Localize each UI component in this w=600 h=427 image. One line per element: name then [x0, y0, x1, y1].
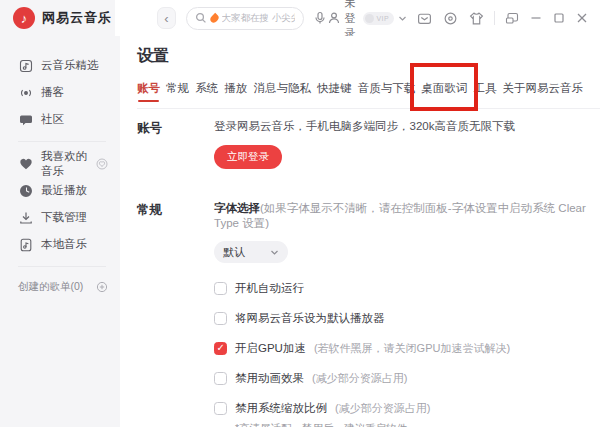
disable-scaling-checkbox[interactable]: [214, 402, 227, 415]
microphone-icon[interactable]: [313, 11, 327, 25]
sidebar-item-podcast[interactable]: 播客: [18, 79, 120, 106]
vip-badge[interactable]: VIP: [363, 12, 394, 25]
checkbox-row-default-player: 将网易云音乐设为默认播放器: [214, 311, 600, 326]
default-player-checkbox[interactable]: [214, 312, 227, 325]
checkbox-row-gpu: 开启GPU加速(若软件黑屏，请关闭GPU加速尝试解决): [214, 341, 600, 356]
search-input[interactable]: 大家都在搜 小尖尖: [186, 7, 304, 30]
scaling-subnote: *高清屏适配，禁用后，建议重启软件: [235, 422, 600, 427]
sidebar-divider: [18, 141, 106, 142]
sidebar-item-recent[interactable]: 最近播放: [18, 177, 120, 204]
app-name: 网易云音乐: [42, 9, 112, 27]
autostart-checkbox[interactable]: [214, 282, 227, 295]
add-playlist-icon[interactable]: [96, 281, 108, 293]
vip-badge-label: VIP: [376, 15, 389, 22]
font-select-value: 默认: [223, 245, 270, 260]
tab-quality-download[interactable]: 音质与下载: [358, 81, 416, 96]
titlebar: ♪ 网易云音乐 ‹ 大家都在搜 小尖尖 未登录: [0, 0, 600, 36]
sidebar-item-community[interactable]: 社区: [18, 106, 120, 133]
heart-icon: [18, 156, 33, 171]
heart-mode-icon[interactable]: [96, 158, 108, 170]
minimize-icon[interactable]: [530, 12, 542, 24]
checkbox-row-autostart: 开机自动运行: [214, 281, 600, 296]
checkbox-note: (减少部分资源占用): [335, 401, 430, 416]
tab-about[interactable]: 关于网易云音乐: [502, 81, 583, 96]
netease-music-window: ♪ 网易云音乐 ‹ 大家都在搜 小尖尖 未登录: [0, 0, 600, 427]
account-description: 登录网易云音乐，手机电脑多端同步，320k高音质无限下载: [214, 119, 600, 134]
local-music-icon: [18, 237, 33, 252]
clock-icon: [18, 183, 33, 198]
chat-bubble-icon: [18, 112, 33, 127]
user-avatar-icon: [327, 11, 341, 25]
chevron-down-icon: [270, 248, 279, 257]
sidebar-divider: [18, 266, 106, 267]
mini-mode-icon[interactable]: [505, 11, 519, 25]
back-button[interactable]: ‹: [157, 7, 175, 29]
sidebar-item-liked-music[interactable]: 我喜欢的音乐: [18, 150, 120, 177]
maximize-icon[interactable]: [553, 12, 565, 24]
checkbox-row-disable-scaling: 禁用系统缩放比例(减少部分资源占用): [214, 401, 600, 416]
general-section-label: 常规: [137, 201, 214, 219]
created-playlists-header[interactable]: 创建的歌单(0): [18, 275, 120, 299]
checkbox-row-disable-animation: 禁用动画效果(减少部分资源占用): [214, 371, 600, 386]
checkbox-label: 禁用系统缩放比例: [235, 401, 327, 416]
font-select-label: 字体选择: [214, 202, 260, 214]
font-select-dropdown[interactable]: 默认: [214, 241, 288, 263]
login-now-button[interactable]: 立即登录: [214, 145, 282, 169]
login-area[interactable]: 未登录 VIP: [327, 0, 408, 41]
created-playlists-label: 创建的歌单(0): [18, 280, 83, 294]
sidebar-item-featured[interactable]: 云音乐精选: [18, 52, 120, 79]
tab-account[interactable]: 账号: [137, 81, 160, 96]
tab-general[interactable]: 常规: [166, 81, 189, 96]
font-select-note: (如果字体显示不清晰，请在控制面板-字体设置中启动系统 Clear Type 设…: [214, 202, 586, 229]
app-logo-icon[interactable]: ♪: [13, 7, 35, 29]
checkbox-label: 禁用动画效果: [235, 371, 304, 386]
titlebar-main: ‹ 大家都在搜 小尖尖 未登录 VIP: [115, 0, 600, 36]
gpu-acceleration-checkbox[interactable]: [214, 342, 227, 355]
chevron-down-icon[interactable]: [398, 14, 407, 23]
general-section: 常规 字体选择(如果字体显示不清晰，请在控制面板-字体设置中启动系统 Clear…: [137, 201, 600, 427]
font-select-row: 字体选择(如果字体显示不清晰，请在控制面板-字体设置中启动系统 Clear Ty…: [214, 201, 600, 231]
sidebar-item-label: 我喜欢的音乐: [41, 149, 88, 179]
checkbox-label: 将网易云音乐设为默认播放器: [235, 311, 385, 326]
tab-desktop-lyrics[interactable]: 桌面歌词: [421, 81, 467, 96]
sidebar-item-label: 下载管理: [41, 210, 87, 225]
trending-flame-icon: [208, 12, 219, 23]
page-title: 设置: [137, 46, 600, 67]
checkbox-label: 开启GPU加速: [235, 341, 306, 356]
settings-page: 设置 账号 常规 系统 播放 消息与隐私 快捷键 音质与下载 桌面歌词 工具 关…: [120, 36, 600, 427]
message-icon[interactable]: [417, 11, 432, 26]
disable-animation-checkbox[interactable]: [214, 372, 227, 385]
vip-badge-icon: [365, 14, 374, 23]
checkbox-label: 开机自动运行: [235, 281, 304, 296]
close-icon[interactable]: [576, 12, 588, 24]
logo-note-glyph: ♪: [21, 12, 28, 25]
download-icon: [18, 210, 33, 225]
sidebar-item-downloads[interactable]: 下载管理: [18, 204, 120, 231]
sidebar-item-label: 社区: [41, 112, 64, 127]
titlebar-divider: [494, 11, 495, 25]
settings-tabs: 账号 常规 系统 播放 消息与隐私 快捷键 音质与下载 桌面歌词 工具 关于网易…: [137, 81, 583, 96]
search-icon: [195, 12, 207, 24]
tab-system[interactable]: 系统: [195, 81, 218, 96]
checkbox-note: (减少部分资源占用): [312, 371, 407, 386]
sidebar: 云音乐精选 播客 社区 我喜欢的音乐: [0, 36, 120, 427]
checkbox-note: (若软件黑屏，请关闭GPU加速尝试解决): [314, 341, 510, 356]
general-checkbox-list: 开机自动运行 将网易云音乐设为默认播放器 开启GPU加速(若软件黑屏，请关闭GP…: [214, 281, 600, 427]
settings-icon[interactable]: [443, 11, 458, 26]
tab-tools[interactable]: 工具: [473, 81, 496, 96]
sidebar-item-label: 最近播放: [41, 183, 87, 198]
sidebar-item-local-music[interactable]: 本地音乐: [18, 231, 120, 258]
account-section-label: 账号: [137, 119, 214, 137]
tab-playback[interactable]: 播放: [224, 81, 247, 96]
tabs-divider: [137, 108, 600, 109]
account-section: 账号 登录网易云音乐，手机电脑多端同步，320k高音质无限下载 立即登录: [137, 119, 600, 169]
sidebar-item-label: 云音乐精选: [41, 58, 99, 73]
featured-music-icon: [18, 58, 33, 73]
login-status-label: 未登录: [345, 0, 360, 41]
tab-privacy[interactable]: 消息与隐私: [253, 81, 311, 96]
app-logo-area: ♪ 网易云音乐: [0, 0, 115, 36]
tab-shortcuts[interactable]: 快捷键: [317, 81, 352, 96]
search-placeholder: 大家都在搜 小尖尖: [222, 12, 295, 25]
sidebar-item-label: 播客: [41, 85, 64, 100]
theme-skin-icon[interactable]: [469, 11, 484, 26]
